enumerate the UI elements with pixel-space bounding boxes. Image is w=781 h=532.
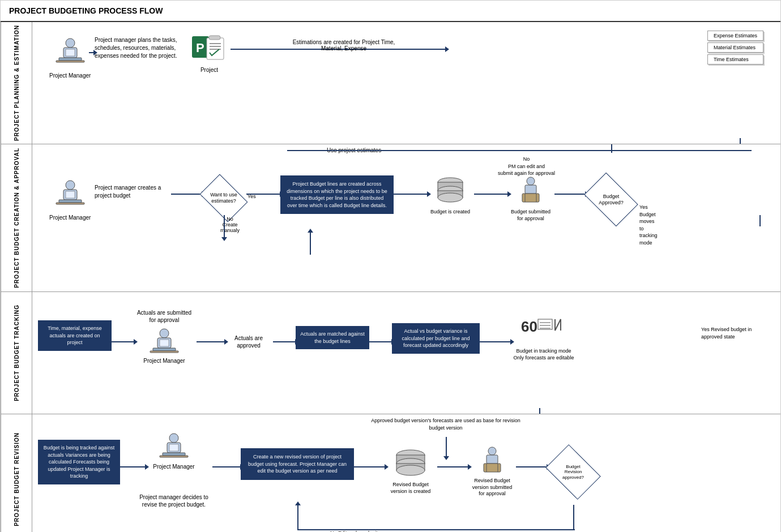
lane2-label-container: PROJECT BUDGET CREATION & APPROVAL (1, 144, 32, 291)
lane1-project-icon: P Project (191, 33, 228, 73)
svg-rect-23 (525, 185, 536, 194)
lane4-revised-created: Revised Budget version is created (385, 448, 436, 495)
lane2-yes-moves-text: YesBudget movesto tracking mode (639, 204, 658, 247)
lane-creation: PROJECT BUDGET CREATION & APPROVAL Use p… (1, 144, 780, 292)
svg-point-47 (488, 447, 496, 455)
svg-point-46 (396, 465, 425, 475)
lane3-tracking-label: Budget in tracking mode Only forecasts a… (513, 348, 575, 361)
lane4-arrow4 (437, 466, 468, 467)
lane4-actor: Project Manager (146, 431, 202, 470)
lane4-arrow-top (446, 437, 447, 457)
lane2-budget-lines-box: Project Budget lines are created across … (280, 175, 394, 214)
lane3-actor-label: Project Manager (136, 358, 193, 364)
lane-planning: PROJECT PLANNING & ESTIMATION Projec (1, 22, 780, 144)
lane3-revised-text: Yes Revised budget in approved state (701, 326, 769, 340)
svg-text:P: P (196, 41, 204, 55)
lane2-budget-created: Budget is created (428, 175, 473, 216)
svg-rect-40 (160, 456, 188, 457)
lane2-diamond: Want to use estimates? Yes NoCreate manu… (201, 181, 246, 215)
swim-lanes: PROJECT PLANNING & ESTIMATION Projec (1, 22, 780, 532)
svg-rect-31 (160, 340, 169, 346)
lane2-no-label: NoCreate manualy (214, 216, 246, 233)
svg-point-0 (66, 38, 75, 48)
svg-rect-33 (538, 319, 552, 329)
lane4-arrow1 (120, 466, 146, 467)
lane2-budget-created-label: Budget is created (428, 209, 473, 216)
lane2-budget-submitted: Budget submitted for approval (508, 175, 553, 222)
lane2-creates-text: Project manager creates a project budget (95, 184, 168, 200)
lane4-revised-created-label: Revised Budget version is created (385, 482, 436, 495)
lane4-no-v-line (573, 505, 574, 530)
lane3-variance-box: Actual vs budget variance is calculated … (392, 323, 480, 354)
lane2-arrow4 (474, 194, 508, 195)
svg-text:60: 60 (521, 318, 537, 335)
svg-point-27 (160, 329, 169, 338)
lane3-arrow4 (369, 341, 392, 342)
lane3-approved-text: Actuals are approved (226, 334, 271, 349)
svg-rect-48 (486, 455, 498, 464)
lane1-content: Project Manager Project manager plans th… (32, 22, 780, 144)
lane3-arrow1 (112, 341, 134, 342)
svg-rect-3 (56, 61, 84, 62)
lane4-arrow3 (354, 466, 385, 467)
svg-point-22 (527, 177, 535, 185)
svg-rect-30 (150, 351, 178, 353)
svg-rect-7 (207, 38, 224, 59)
lane2-actor: Project Manager (49, 178, 91, 221)
doc-material: Material Estimates (707, 42, 763, 53)
lane1-actor-label: Project Manager (49, 72, 91, 79)
lane4-label: PROJECT BUDGET REVISION (14, 432, 20, 526)
lane1-arrow1 (89, 52, 94, 53)
lane3-arrow5 (480, 341, 511, 342)
lane4-no-up-line (297, 505, 298, 530)
lane3-label: PROJECT BUDGET TRACKING (14, 304, 20, 401)
lane4-content: Budget is being tracked against actuals … (32, 414, 780, 532)
lane3-content: Time, material, expense actuals are crea… (32, 292, 780, 414)
svg-rect-8 (209, 36, 220, 40)
svg-point-21 (438, 193, 463, 202)
lane1-desc: Project manager plans the tasks, schedul… (95, 36, 185, 60)
lane2-actor-label: Project Manager (49, 214, 91, 221)
lane3-label-container: PROJECT BUDGET TRACKING (1, 292, 32, 414)
lane2-arrow5 (554, 194, 586, 195)
svg-rect-15 (56, 203, 84, 204)
lane1-actor: Project Manager (49, 36, 91, 79)
lane2-arrow-yes-down (759, 215, 761, 226)
lane1-estimation-text: Estimations are created for Project Time… (281, 39, 406, 52)
diagram-container: PROJECT BUDGETING PROCESS FLOW PROJECT P… (0, 0, 781, 532)
lane2-top-line (287, 150, 752, 151)
lane4-approved-diamond: Budget Revision approved? (548, 453, 599, 491)
lane3-tracking-mode: 60 Budget in tracking mode Only forecast… (513, 315, 575, 361)
lane2-label: PROJECT BUDGET CREATION & APPROVAL (14, 148, 20, 288)
doc-time: Time Estimates (707, 54, 763, 65)
lane1-label-container: PROJECT PLANNING & ESTIMATION (1, 22, 32, 144)
lane4-revised-box: Create a new revised version of project … (241, 448, 354, 480)
lane4-arrow5 (516, 466, 547, 467)
lane1-project-label: Project (191, 67, 228, 73)
lane4-forecasts-text: Approved budget version's forecasts are … (366, 417, 525, 431)
lane4-label-container: PROJECT BUDGET REVISION (1, 414, 32, 532)
lane1-arrow-down (740, 138, 741, 144)
lane4-tracking-box: Budget is being tracked against actuals … (38, 440, 120, 484)
svg-rect-4 (66, 49, 75, 56)
lane4-arrow2 (212, 466, 241, 467)
lane4-revised-submitted: Revised Budget version submitted for app… (470, 445, 515, 497)
lane3-arrow3 (273, 341, 296, 342)
lane3-matched-box: Actuals are matched against the budget l… (296, 326, 369, 349)
lane1-docs: Expense Estimates Material Estimates Tim… (707, 31, 763, 66)
lane4-no-line (297, 529, 575, 530)
lane2-arrow1 (171, 194, 202, 195)
lane2-no-arrow-up (611, 144, 612, 153)
lane2-approved-diamond: Budget Approved? NoPM can edit andsubmit… (586, 181, 637, 218)
svg-rect-14 (59, 200, 82, 203)
lane3-actuals-box: Time, material, expense actuals are crea… (38, 320, 112, 351)
svg-point-12 (66, 181, 75, 190)
svg-rect-29 (153, 348, 176, 351)
svg-rect-2 (59, 58, 82, 61)
svg-point-37 (169, 434, 178, 443)
lane3-arrow2 (197, 341, 225, 342)
lane3-arrow-down (539, 408, 540, 414)
lane2-arrow-no (224, 215, 225, 238)
diagram-title: PROJECT BUDGETING PROCESS FLOW (1, 1, 780, 22)
lane3-submitted: Actuals are submitted for approval Proje… (136, 309, 193, 364)
